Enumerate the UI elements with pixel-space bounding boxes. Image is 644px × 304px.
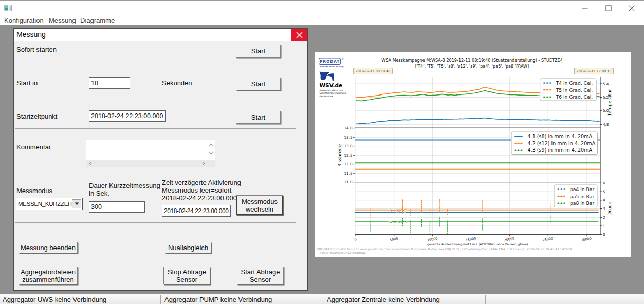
kommentar-hscrollbar[interactable] [86,160,215,167]
aggregatordateien-button[interactable]: Aggregatordateienzusammenführen [19,267,78,284]
svg-text:13.5: 13.5 [344,135,352,140]
svg-text:Wasserstraßen- und: Wasserstraßen- und [320,89,343,92]
dialog-close-button[interactable] [291,29,307,41]
stop-abfrage-sensor-button[interactable]: Stop AbfrageSensor [163,267,210,284]
messmodus-dropdown[interactable]: MESSEN_KURZZEIT [16,198,83,210]
svg-text:Rissbreite: Rissbreite [338,144,343,167]
svg-text:2: 2 [603,215,605,220]
svg-text:2019-12-11 17:08:15: 2019-12-11 17:08:15 [577,69,612,73]
svg-text:Temperatur: Temperatur [608,89,613,116]
svg-text:Druck: Druck [608,202,613,216]
menu-item-messung[interactable]: Messung [49,16,76,24]
messung-beenden-button[interactable]: Messung beenden [19,242,78,253]
maximize-button[interactable] [597,1,620,16]
svg-text:WSA Messkampagne M:WSA-B 2019-: WSA Messkampagne M:WSA-B 2019-12-11 08:1… [381,58,563,63]
svg-text:pa5 in Bar: pa5 in Bar [570,194,594,199]
menu-item-diagramme[interactable]: Diagramme [80,16,115,24]
messmodus-label: Messmodus [16,187,52,195]
svg-text:pa4 in Bar: pa4 in Bar [570,186,594,192]
zeit-verzoegerte-label: Zeit verzögerte AktivierungMessmodus lee… [162,179,241,202]
status-divider [485,295,486,304]
status-divider [160,295,161,304]
dropdown-arrow-icon [75,202,79,205]
status-empty [487,294,644,304]
svg-text:['T4', 'T5', 'T6', 's8', 's12': ['T4', 'T5', 'T6', 's8', 's12', 's9', 'p… [415,64,529,69]
svg-text:3: 3 [603,206,605,211]
maximize-icon [605,5,612,11]
svg-text:des Bundes: des Bundes [320,95,334,98]
svg-text:1: 1 [603,224,605,229]
svg-text:5: 5 [603,189,605,194]
status-bar: Aggregator UWS keine Verbindung Aggregat… [0,294,644,304]
svg-text:4.3 (s9) in mm in 4..20mA: 4.3 (s9) in mm in 4..20mA [528,147,593,153]
zeit-aktivierung-input[interactable]: 2018-02-24 22:23:00.000 [162,205,231,217]
scroll-left-icon[interactable] [88,161,93,166]
dialog-close-icon [296,32,303,39]
scroll-down-icon[interactable] [209,150,213,155]
application-window: Konfiguration Messung Diagramme Messung … [0,0,644,304]
kommentar-textarea[interactable] [86,140,215,167]
svg-text:®: ® [341,57,344,60]
separator [15,65,296,65]
nuallabgleich-button[interactable]: Nuallabgleich [165,242,211,253]
kommentar-vscrollbar[interactable] [208,140,215,160]
menu-item-konfiguration[interactable]: Konfiguration [4,16,44,24]
dropdown-arrow-button[interactable] [72,199,81,208]
dauer-input[interactable]: 300 [89,201,145,213]
svg-text:Schifffahrtsverwaltung: Schifffahrtsverwaltung [320,92,346,94]
svg-text:5.4: 5.4 [603,82,609,86]
messmodus-dropdown-value: MESSEN_KURZZEIT [16,201,73,207]
svg-text:6: 6 [603,181,605,185]
svg-text:4: 4 [603,198,605,202]
separator [15,94,296,94]
window-close-button[interactable] [620,1,643,16]
svg-text:WSV.de: WSV.de [320,82,343,88]
series-pa5 [355,210,599,211]
measurement-chart: WSA Messkampagne M:WSA-B 2019-12-11 08:1… [315,52,631,257]
svg-text:2019-12-11 08:19:40: 2019-12-11 08:19:40 [356,69,391,73]
svg-text:12.5: 12.5 [344,153,352,158]
status-aggregator-zentrale: Aggregator Zentrale keine Verbindung [324,294,485,304]
svg-text:gesamte Aufzeichnungszeit t in: gesamte Aufzeichnungszeit t in s (ACHTUN… [427,243,528,246]
messmodus-wechseln-button[interactable]: Messmoduswechseln [236,195,283,215]
svg-text:12.0: 12.0 [344,162,352,166]
svg-text:T5 in Grad. Cel.: T5 in Grad. Cel. [556,87,593,93]
separator [15,258,296,258]
start-sofort-button[interactable]: Start [236,45,281,58]
svg-text:T6 in Grad. Cel.: T6 in Grad. Cel. [556,94,593,100]
svg-text:0: 0 [603,232,605,237]
svg-text:T4 in Grad. Cel.: T4 in Grad. Cel. [556,80,593,86]
svg-text:14.0: 14.0 [344,126,352,130]
app-icon [4,5,12,11]
scroll-right-icon[interactable] [201,161,206,166]
svg-text:pa8 in Bar: pa8 in Bar [570,200,594,206]
kommentar-label: Kommentar [16,143,51,151]
start-in-button[interactable]: Start [236,78,281,90]
status-aggregator-uws: Aggregator UWS keine Verbindung [0,294,160,304]
svg-text:>data-wsamessung2/chanraw/: >data-wsamessung2/chanraw/ [319,251,366,255]
separator [15,175,296,175]
separator [15,128,296,129]
svg-text:11.5: 11.5 [344,171,352,176]
svg-text:11.0: 11.0 [344,180,352,184]
series-pa8 [355,221,599,222]
start-abfrage-sensor-button[interactable]: Start AbfrageSensor [237,267,284,284]
window-titlebar [0,1,644,16]
scroll-up-icon[interactable] [209,143,213,147]
minimize-button[interactable] [573,1,597,16]
messung-dialog: Messung Sofort starten Start Start in 10… [13,28,308,291]
startzeitpunkt-label: Startzeitpunkt [16,112,58,120]
dialog-titlebar[interactable]: Messung [14,29,307,41]
status-divider [323,295,323,304]
dauer-kurzzeitmessung-label: Dauer Kurzzeitmessungin Sek. [89,182,160,197]
window-close-icon [629,5,635,11]
svg-text:4.8: 4.8 [603,122,609,127]
sekunden-label: Sekunden [162,79,192,87]
svg-text:automatisierung: automatisierung [320,66,344,68]
startzeitpunkt-button[interactable]: Start [236,111,281,124]
minimize-icon [582,5,588,11]
separator [15,222,296,223]
start-in-input[interactable]: 10 [89,77,130,89]
svg-text:PRODAT: PRODAT [320,59,340,64]
startzeitpunkt-input[interactable]: 2018-02-24 22:23:00.000 [89,110,166,122]
